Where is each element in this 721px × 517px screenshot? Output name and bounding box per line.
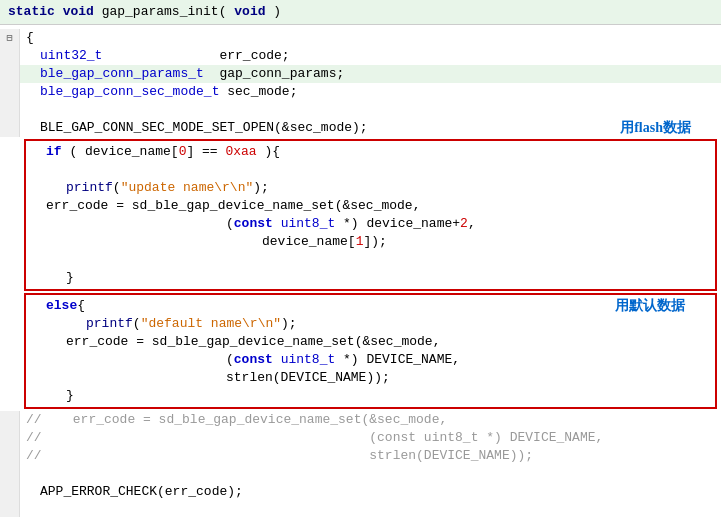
gutter-empty bbox=[0, 119, 20, 137]
line-text: BLE_GAP_CONN_SEC_MODE_SET_OPEN(&sec_mode… bbox=[20, 119, 721, 137]
line-text: ble_gap_conn_params_t gap_conn_params; bbox=[20, 65, 721, 83]
line-text: err_code = sd_ble_gap_device_name_set(&s… bbox=[26, 197, 715, 215]
gutter-empty bbox=[0, 101, 20, 119]
line-text: if ( device_name[0] == 0xaa ){ bbox=[26, 143, 715, 161]
line-text: printf("update name\r\n"); bbox=[26, 179, 715, 197]
red-box-else: else{ 用默认数据 printf("default name\r\n"); … bbox=[24, 293, 717, 409]
code-line: printf("update name\r\n"); bbox=[26, 179, 715, 197]
gutter-marker[interactable]: ⊟ bbox=[0, 29, 20, 47]
line-text bbox=[20, 101, 721, 119]
code-line: } bbox=[26, 269, 715, 287]
gutter-empty bbox=[0, 47, 20, 65]
code-line bbox=[0, 101, 721, 119]
gutter-empty bbox=[0, 83, 20, 101]
line-text: device_name[1]); bbox=[26, 233, 715, 251]
line-text: printf("default name\r\n"); bbox=[26, 315, 715, 333]
line-text bbox=[26, 161, 715, 179]
code-line: (const uint8_t *) device_name+2, bbox=[26, 215, 715, 233]
line-text bbox=[20, 465, 721, 483]
code-line: (const uint8_t *) DEVICE_NAME, bbox=[26, 351, 715, 369]
line-text: ble_gap_conn_sec_mode_t sec_mode; bbox=[20, 83, 721, 101]
code-line: if ( device_name[0] == 0xaa ){ bbox=[26, 143, 715, 161]
code-line: } bbox=[26, 387, 715, 405]
line-text: (const uint8_t *) device_name+2, bbox=[26, 215, 715, 233]
code-line bbox=[0, 501, 721, 517]
gutter-empty bbox=[0, 483, 20, 501]
red-box-if: if ( device_name[0] == 0xaa ){ printf("u… bbox=[24, 139, 717, 291]
gutter-empty bbox=[0, 429, 20, 447]
code-line: err_code = sd_ble_gap_device_name_set(&s… bbox=[26, 333, 715, 351]
code-line: ⊟ { bbox=[0, 29, 721, 47]
line-text bbox=[20, 501, 721, 517]
line-text: } bbox=[26, 387, 715, 405]
code-line: err_code = sd_ble_gap_device_name_set(&s… bbox=[26, 197, 715, 215]
code-line: APP_ERROR_CHECK(err_code); bbox=[0, 483, 721, 501]
annotation-default: 用默认数据 bbox=[615, 297, 685, 315]
gutter-empty bbox=[0, 65, 20, 83]
code-container: static void gap_params_init( void ) ⊟ { … bbox=[0, 0, 721, 517]
annotation-flash: 用flash数据 bbox=[620, 119, 691, 137]
line-text: (const uint8_t *) DEVICE_NAME, bbox=[26, 351, 715, 369]
gutter-empty bbox=[0, 411, 20, 429]
line-text: strlen(DEVICE_NAME)); bbox=[26, 369, 715, 387]
line-text: else{ bbox=[26, 297, 715, 315]
code-line: printf("default name\r\n"); bbox=[26, 315, 715, 333]
code-area: ⊟ { uint32_t err_code; ble_gap_conn_para… bbox=[0, 25, 721, 517]
code-line: else{ 用默认数据 bbox=[26, 297, 715, 315]
code-line: strlen(DEVICE_NAME)); bbox=[26, 369, 715, 387]
code-line: uint32_t err_code; bbox=[0, 47, 721, 65]
line-text: err_code = sd_ble_gap_device_name_set(&s… bbox=[26, 333, 715, 351]
line-text: // err_code = sd_ble_gap_device_name_set… bbox=[20, 411, 721, 429]
gutter-empty bbox=[0, 465, 20, 483]
gutter-empty bbox=[0, 501, 20, 517]
code-line: ble_gap_conn_sec_mode_t sec_mode; bbox=[0, 83, 721, 101]
line-text bbox=[26, 251, 715, 269]
code-line: device_name[1]); bbox=[26, 233, 715, 251]
line-text: } bbox=[26, 269, 715, 287]
code-line bbox=[26, 161, 715, 179]
line-text: { bbox=[20, 29, 721, 47]
code-line-comment: // err_code = sd_ble_gap_device_name_set… bbox=[0, 411, 721, 429]
code-line bbox=[26, 251, 715, 269]
code-line bbox=[0, 465, 721, 483]
line-text: APP_ERROR_CHECK(err_code); bbox=[20, 483, 721, 501]
code-line-comment: // (const uint8_t *) DEVICE_NAME, bbox=[0, 429, 721, 447]
line-text: uint32_t err_code; bbox=[20, 47, 721, 65]
code-line: BLE_GAP_CONN_SEC_MODE_SET_OPEN(&sec_mode… bbox=[0, 119, 721, 137]
line-text: // strlen(DEVICE_NAME)); bbox=[20, 447, 721, 465]
header-line: static void gap_params_init( void ) bbox=[0, 0, 721, 25]
code-line-comment: // strlen(DEVICE_NAME)); bbox=[0, 447, 721, 465]
gutter-empty bbox=[0, 447, 20, 465]
line-text: // (const uint8_t *) DEVICE_NAME, bbox=[20, 429, 721, 447]
code-line-highlighted: ble_gap_conn_params_t gap_conn_params; bbox=[0, 65, 721, 83]
